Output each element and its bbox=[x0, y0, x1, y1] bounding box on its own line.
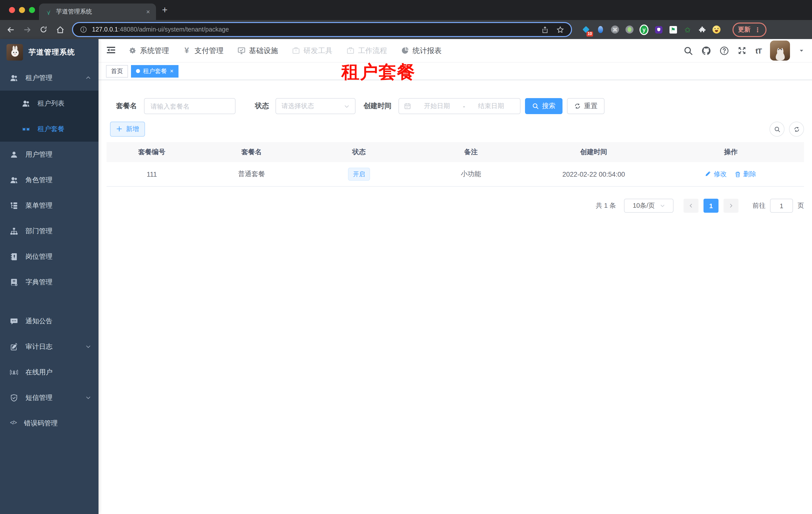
github-icon[interactable] bbox=[701, 46, 711, 55]
status-select[interactable]: 请选择状态 bbox=[276, 98, 355, 114]
nav-infrastructure[interactable]: 基础设施 bbox=[237, 46, 278, 55]
tag-close-icon[interactable]: × bbox=[170, 67, 174, 75]
nav-system-mgmt[interactable]: 系统管理 bbox=[128, 46, 169, 55]
sidebar-item-sms-mgmt[interactable]: 短信管理 bbox=[0, 385, 98, 410]
sidebar-item-notice[interactable]: 通知公告 bbox=[0, 308, 98, 334]
forward-icon[interactable] bbox=[23, 25, 31, 34]
tag-home[interactable]: 首页 bbox=[106, 65, 128, 77]
sidebar-item-user-mgmt[interactable]: 用户管理 bbox=[0, 142, 98, 167]
delete-link[interactable]: 删除 bbox=[735, 170, 756, 179]
refresh-icon bbox=[574, 103, 581, 110]
date-start-placeholder[interactable]: 开始日期 bbox=[413, 102, 461, 111]
ext-gem-icon[interactable] bbox=[596, 25, 605, 34]
reload-icon[interactable] bbox=[39, 25, 48, 34]
browser-toolbar: 127.0.0.1:48080/admin-ui/system/tenant/p… bbox=[0, 20, 812, 39]
sidebar-item-dept-mgmt[interactable]: 部门管理 bbox=[0, 218, 98, 244]
next-page-button[interactable] bbox=[724, 199, 738, 213]
sidebar-item-dict-mgmt[interactable]: 字典管理 bbox=[0, 269, 98, 295]
sidebar-item-label: 通知公告 bbox=[26, 317, 53, 326]
prev-page-button[interactable] bbox=[684, 199, 698, 213]
avatar-caret-icon[interactable] bbox=[799, 48, 805, 54]
ext-shield-icon[interactable] bbox=[654, 25, 663, 34]
tag-tenant-package[interactable]: 租户套餐 × bbox=[131, 65, 178, 77]
red-annotation-text: 租户套餐 bbox=[342, 63, 415, 81]
search-icon[interactable] bbox=[684, 46, 693, 55]
url-path: :48080/admin-ui/system/tenant/package bbox=[118, 26, 229, 33]
sidebar-item-label: 租户列表 bbox=[37, 99, 64, 108]
goto-page-input[interactable] bbox=[770, 199, 793, 213]
col-header-id: 套餐编号 bbox=[107, 147, 197, 157]
date-end-placeholder[interactable]: 结束日期 bbox=[467, 102, 515, 111]
nav-workflow[interactable]: 工作流程 bbox=[346, 46, 387, 55]
url-bar[interactable]: 127.0.0.1:48080/admin-ui/system/tenant/p… bbox=[72, 22, 572, 37]
sidebar-item-errcode-mgmt[interactable]: </> 错误码管理 bbox=[0, 410, 98, 436]
ext-green-dot-icon[interactable] bbox=[625, 25, 634, 34]
minimize-window-button[interactable] bbox=[19, 7, 25, 13]
browser-update-button[interactable]: 更新 ⋮ bbox=[732, 22, 766, 37]
ext-command-icon[interactable]: ⌘ bbox=[610, 25, 619, 34]
nav-payment-mgmt[interactable]: ¥ 支付管理 bbox=[182, 46, 224, 55]
refresh-table-button[interactable] bbox=[789, 121, 804, 137]
fullscreen-icon[interactable] bbox=[737, 46, 747, 55]
status-badge[interactable]: 开启 bbox=[348, 168, 370, 181]
sidebar-item-label: 字典管理 bbox=[26, 277, 53, 287]
sidebar-item-role-mgmt[interactable]: 角色管理 bbox=[0, 167, 98, 193]
help-icon[interactable] bbox=[720, 46, 729, 55]
ext-y-icon[interactable]: y bbox=[639, 25, 648, 34]
app-logo[interactable]: 芋道管理系统 bbox=[0, 39, 98, 65]
sidebar-item-label: 租户管理 bbox=[26, 73, 53, 82]
package-name-input[interactable] bbox=[144, 98, 235, 114]
collapse-sidebar-icon[interactable] bbox=[106, 46, 116, 56]
package-name-label: 套餐名 bbox=[116, 102, 137, 111]
sidebar-item-menu-mgmt[interactable]: 菜单管理 bbox=[0, 193, 98, 218]
reset-label: 重置 bbox=[584, 102, 598, 111]
home-icon[interactable] bbox=[56, 25, 64, 34]
sidebar-item-tenant-mgmt[interactable]: 租户管理 bbox=[0, 65, 98, 90]
browser-menu-icon[interactable]: ⋮ bbox=[754, 26, 761, 33]
url-text[interactable]: 127.0.0.1:48080/admin-ui/system/tenant/p… bbox=[92, 26, 229, 33]
page-size-select[interactable]: 10条/页 bbox=[624, 199, 673, 213]
search-button[interactable]: 搜索 bbox=[525, 98, 562, 114]
font-size-icon[interactable]: tT bbox=[755, 46, 761, 55]
ext-puzzle-icon[interactable] bbox=[697, 25, 706, 34]
cell-actions: 修改 删除 bbox=[658, 170, 804, 179]
sidebar-item-audit-log[interactable]: 审计日志 bbox=[0, 334, 98, 359]
sidebar-item-online-users[interactable]: 在线用户 bbox=[0, 359, 98, 385]
add-button[interactable]: 新增 bbox=[110, 121, 145, 137]
table-toolbar: 新增 bbox=[107, 121, 804, 137]
ext-diamond-icon[interactable]: 10 bbox=[581, 25, 590, 34]
reset-button[interactable]: 重置 bbox=[567, 98, 605, 114]
maximize-window-button[interactable] bbox=[29, 7, 35, 13]
package-table: 套餐编号 套餐名 状态 备注 创建时间 操作 111 普通套餐 开启 小功能 bbox=[107, 142, 804, 187]
filter-form: 套餐名 状态 请选择状态 创建时间 开始日期 bbox=[116, 98, 804, 114]
tab-close-icon[interactable]: × bbox=[146, 8, 150, 16]
monitor-icon bbox=[237, 46, 245, 55]
col-header-status: 状态 bbox=[306, 147, 412, 157]
ext-star-icon[interactable]: ✩ bbox=[683, 25, 692, 34]
bookmark-star-icon[interactable] bbox=[556, 26, 564, 33]
show-search-button[interactable] bbox=[770, 121, 784, 137]
ext-emoji-icon[interactable] bbox=[712, 25, 721, 34]
user-icon bbox=[10, 151, 18, 158]
tab-title: 芋道管理系统 bbox=[56, 7, 142, 16]
status-label: 状态 bbox=[255, 102, 269, 111]
sidebar-item-post-mgmt[interactable]: 岗位管理 bbox=[0, 244, 98, 269]
site-info-icon[interactable] bbox=[80, 26, 87, 33]
url-actions bbox=[542, 26, 564, 33]
nav-statistics[interactable]: 统计报表 bbox=[401, 46, 441, 55]
ext-flag-icon[interactable]: ⚑ bbox=[668, 25, 677, 34]
close-window-button[interactable] bbox=[9, 7, 15, 13]
col-header-actions: 操作 bbox=[658, 147, 804, 157]
date-range-picker[interactable]: 开始日期 - 结束日期 bbox=[399, 98, 521, 114]
new-tab-button[interactable]: + bbox=[162, 5, 168, 15]
browser-tab[interactable]: 芋道管理系统 × bbox=[39, 3, 156, 20]
share-icon[interactable] bbox=[542, 26, 549, 33]
sidebar-item-tenant-package[interactable]: 租户套餐 bbox=[0, 116, 98, 142]
nav-dev-tools[interactable]: 研发工具 bbox=[291, 46, 332, 55]
user-avatar[interactable] bbox=[770, 40, 790, 60]
pagination: 共 1 条 10条/页 1 前往 bbox=[107, 199, 804, 213]
back-icon[interactable] bbox=[6, 25, 15, 34]
edit-link[interactable]: 修改 bbox=[705, 170, 727, 179]
page-number-button[interactable]: 1 bbox=[703, 199, 719, 213]
sidebar-item-tenant-list[interactable]: 租户列表 bbox=[0, 90, 98, 116]
